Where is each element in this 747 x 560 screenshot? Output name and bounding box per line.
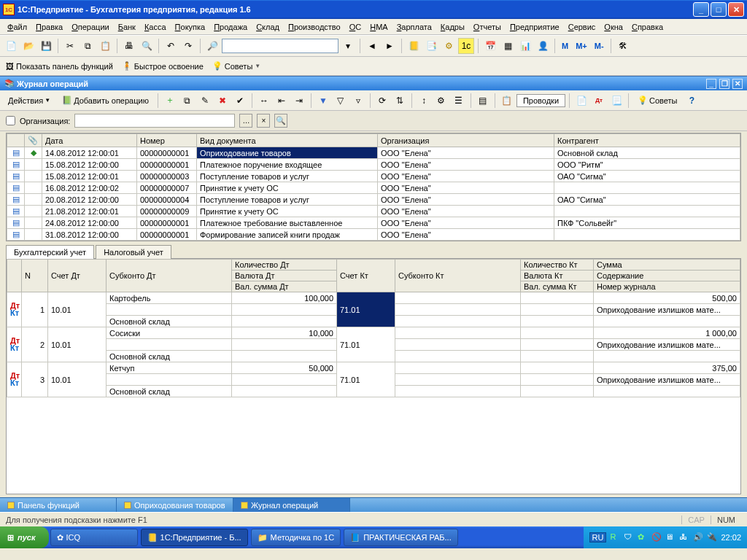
col-valuta-kt[interactable]: Валюта Кт [521, 271, 594, 281]
filter2-icon[interactable]: ▽ [333, 93, 349, 109]
col-kol-kt[interactable]: Количество Кт [521, 260, 594, 271]
memory-mplus[interactable]: М+ [573, 42, 590, 50]
filter-off-icon[interactable]: ▿ [350, 93, 366, 109]
nav-last-icon[interactable]: ⇥ [291, 93, 307, 109]
table-row[interactable]: ▤20.08.2012 12:00:0000000000004Поступлен… [7, 194, 740, 206]
nav-first-icon[interactable]: ⇤ [274, 93, 290, 109]
sub-close[interactable]: ✕ [732, 79, 743, 89]
menu-item[interactable]: Покупка [171, 21, 210, 33]
search-dropdown-icon[interactable]: ▾ [340, 38, 356, 54]
yellow-doc-icon[interactable]: 1с [458, 38, 474, 54]
show-function-panel[interactable]: 🖼 Показать панель функций [3, 61, 116, 72]
col-schet-dt[interactable]: Счет Дт [48, 260, 107, 292]
minimize-button[interactable]: _ [693, 2, 709, 17]
filter-icon[interactable]: ▼ [315, 93, 331, 109]
org-search-button[interactable]: 🔍 [274, 114, 287, 128]
tips-button[interactable]: 💡 Советы ▼ [209, 60, 263, 72]
sort-icon[interactable]: ⇅ [392, 93, 408, 109]
memory-mminus[interactable]: М- [592, 42, 607, 50]
tools-icon[interactable]: 🛠 [615, 38, 631, 54]
tray-icon[interactable]: R [610, 532, 620, 542]
entry-row[interactable]: ДтКт110.01Картофель100,00071.01500,00 [7, 292, 740, 304]
tray-usb-icon[interactable]: 🔌 [707, 532, 717, 542]
table-row[interactable]: ▤15.08.2012 12:00:0000000000001Платежное… [7, 159, 740, 171]
col-date[interactable]: Дата [42, 134, 137, 147]
taskbar-item[interactable]: 📒1С:Предприятие - Б... [141, 529, 248, 546]
edit-icon[interactable]: ✎ [197, 93, 213, 109]
list-settings-icon[interactable]: ☰ [451, 93, 467, 109]
list-icon[interactable]: 📑 [423, 38, 439, 54]
menu-item[interactable]: Продажа [209, 21, 252, 33]
menu-item[interactable]: Окна [600, 21, 627, 33]
col-subkonto-dt[interactable]: Субконто Дт [107, 260, 232, 292]
chart-icon[interactable]: 📊 [517, 38, 533, 54]
find-icon[interactable]: 🔎 [204, 38, 220, 54]
move-icon[interactable]: ↕ [416, 93, 432, 109]
interval-icon[interactable]: ↔ [256, 93, 272, 109]
journal-icon[interactable]: 📒 [406, 38, 422, 54]
settings-icon[interactable]: ⚙ [433, 93, 449, 109]
taskbar-item[interactable]: ✿ICQ [50, 529, 138, 546]
maximize-button[interactable]: □ [711, 2, 727, 17]
delete-icon[interactable]: ✖ [214, 93, 231, 109]
save-icon[interactable]: 💾 [38, 38, 54, 54]
search-input[interactable] [222, 39, 338, 53]
menu-item[interactable]: Касса [140, 21, 171, 33]
menu-item[interactable]: Предприятие [506, 21, 564, 33]
menu-item[interactable]: Сервис [564, 21, 600, 33]
calendar-icon[interactable]: 📅 [482, 38, 498, 54]
tray-monitor-icon[interactable]: 🖥 [665, 532, 676, 542]
col-schet-kt[interactable]: Счет Кт [337, 260, 395, 292]
clipboard-icon[interactable]: 📋 [499, 93, 515, 109]
col-kontr[interactable]: Контрагент [554, 134, 740, 147]
actions-menu[interactable]: Действия ▼ [3, 93, 55, 108]
col-soderzhanie[interactable]: Содержание [594, 271, 740, 281]
col-summa[interactable]: Сумма [594, 260, 740, 271]
menu-item[interactable]: Правка [31, 21, 67, 33]
mdi-tab[interactable]: Журнал операций [233, 498, 350, 512]
table-row[interactable]: ▤16.08.2012 12:00:0200000000007Принятие … [7, 182, 740, 194]
tab-accounting[interactable]: Бухгалтерский учет [6, 245, 94, 259]
org-clear-button[interactable]: × [257, 114, 270, 128]
copy-icon[interactable]: ⧉ [80, 38, 96, 54]
tray-disabled-icon[interactable]: 🚫 [651, 532, 662, 542]
report2-icon[interactable]: 📃 [608, 93, 624, 109]
add-icon[interactable]: ＋ [162, 93, 178, 109]
entries-table[interactable]: N Счет Дт Субконто Дт Количество Дт Счет… [7, 259, 740, 397]
dtkt-icon[interactable]: Дт [591, 93, 607, 109]
col-org[interactable]: Организация [378, 134, 554, 147]
table-row[interactable]: ▤31.08.2012 12:00:0000000000001Формирова… [7, 229, 740, 241]
col-journal[interactable]: Номер журнала [594, 281, 740, 292]
undo-icon[interactable]: ↶ [163, 38, 179, 54]
entries-button[interactable]: Проводки [516, 94, 565, 107]
entry-row[interactable]: ДтКт310.01Кетчуп50,00071.01375,00 [7, 362, 740, 374]
col-valuta-dt[interactable]: Валюта Дт [232, 271, 337, 281]
menu-item[interactable]: Операции [67, 21, 113, 33]
sub-restore[interactable]: ❐ [719, 79, 729, 89]
system-tray[interactable]: RU R 🛡 ✿ 🚫 🖥 🖧 🔊 🔌 22:02 [584, 526, 747, 548]
help-icon[interactable]: ? [684, 93, 700, 109]
menu-item[interactable]: Справка [627, 21, 667, 33]
redo-icon[interactable]: ↷ [180, 38, 196, 54]
report1-icon[interactable]: 📄 [573, 93, 589, 109]
menu-item[interactable]: НМА [365, 21, 392, 33]
nav-fwd-icon[interactable]: ► [382, 38, 398, 54]
config-icon[interactable]: ⚙ [441, 38, 457, 54]
col-kol-dt[interactable]: Количество Дт [232, 260, 337, 271]
entry-row[interactable]: ДтКт210.01Сосиски10,00071.011 000,00 [7, 327, 740, 339]
col-status[interactable] [7, 134, 25, 147]
col-n[interactable]: N [22, 260, 48, 292]
tray-shield-icon[interactable]: 🛡 [624, 532, 634, 542]
lang-indicator[interactable]: RU [589, 532, 607, 542]
taskbar-item[interactable]: 📁Методичка по 1С [251, 529, 341, 546]
menu-item[interactable]: Кадры [436, 21, 469, 33]
new-icon[interactable]: 📄 [3, 38, 19, 54]
org-filter-checkbox[interactable] [6, 116, 15, 125]
nav-back-icon[interactable]: ◄ [364, 38, 380, 54]
menu-item[interactable]: Зарплата [392, 21, 436, 33]
mdi-tab[interactable]: Оприходования товаров [117, 498, 233, 512]
start-button[interactable]: ⊞ пуск [0, 526, 49, 548]
quick-learn[interactable]: 🧍 Быстрое освоение [119, 60, 206, 72]
org-select-button[interactable]: … [239, 114, 252, 128]
table-row[interactable]: ▤21.08.2012 12:00:0100000000009Принятие … [7, 206, 740, 217]
